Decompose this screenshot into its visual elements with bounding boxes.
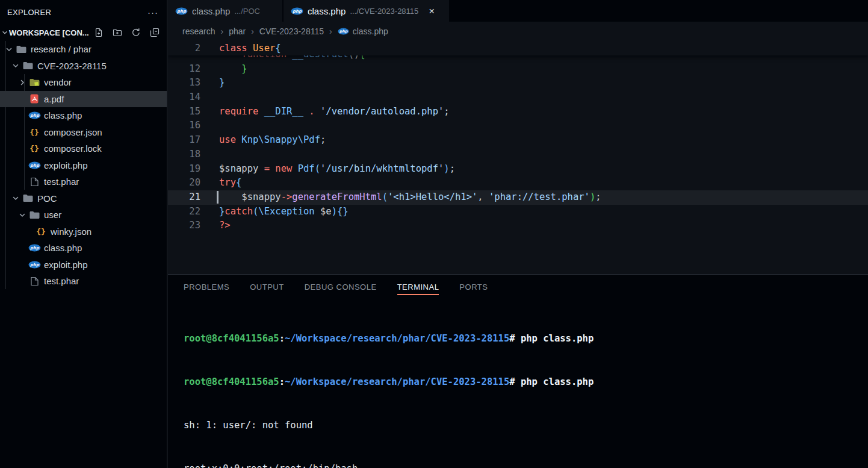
explorer-title: EXPLORER (7, 8, 51, 17)
bottom-panel: PROBLEMS OUTPUT DEBUG CONSOLE TERMINAL P… (168, 274, 868, 468)
tree-item-research-phar[interactable]: research / phar (0, 41, 167, 58)
code-editor[interactable]: function __destruct(){ 12 } 13} 14 15req… (168, 41, 868, 274)
workspace-section-label: WORKSPACE [CON... (9, 28, 89, 37)
php-file-icon: php (28, 111, 41, 119)
chevron-down-icon (10, 194, 21, 202)
code-line-14[interactable]: 14 (168, 90, 868, 105)
vendor-folder-icon (28, 78, 41, 87)
terminal-line: root@8cf4041156a5:~/Workspace/research/p… (184, 331, 868, 346)
tree-item-test-phar-poc[interactable]: test.phar (0, 273, 167, 290)
breadcrumb-item[interactable]: class.php (353, 27, 388, 36)
tree-item-user[interactable]: user (0, 207, 167, 223)
tree-item-composer-lock[interactable]: {} composer.lock (0, 140, 167, 157)
tree-item-vendor[interactable]: vendor (0, 74, 167, 91)
chevron-right-icon: › (329, 27, 332, 36)
svg-text:php: php (177, 9, 187, 14)
tree-item-exploit-php[interactable]: php exploit.php (0, 157, 167, 174)
tree-item-poc[interactable]: POC (0, 190, 167, 207)
code-line-21-current[interactable]: 21 $snappy->generateFromHtml('<h1>Hello<… (168, 190, 868, 205)
breadcrumb: research › phar › CVE-2023-28115 › php c… (168, 22, 868, 41)
tree-item-test-phar[interactable]: test.phar (0, 173, 167, 190)
folder-icon (21, 61, 34, 70)
tree-item-composer-json[interactable]: {} composer.json (0, 124, 167, 141)
tab-class-php-poc[interactable]: php class.php .../POC (168, 0, 284, 22)
code-line-16[interactable]: 16 (168, 119, 868, 133)
breadcrumb-item[interactable]: phar (229, 27, 246, 36)
tree-item-label: vendor (44, 77, 72, 87)
sticky-scroll-line[interactable]: 2class User{ (168, 41, 868, 55)
php-file-icon: php (291, 7, 303, 15)
tab-class-php-cve[interactable]: php class.php .../CVE-2023-28115 × (284, 0, 450, 22)
tab-problems[interactable]: PROBLEMS (184, 275, 229, 299)
new-file-button[interactable] (94, 28, 104, 37)
php-file-icon: php (338, 28, 349, 35)
tab-ports[interactable]: PORTS (459, 275, 488, 299)
code-line-12[interactable]: 12 } (168, 62, 868, 76)
tree-item-cve-2023-28115[interactable]: CVE-2023-28115 (0, 58, 167, 75)
code-line-19[interactable]: 19$snappy = new Pdf('/usr/bin/wkhtmltopd… (168, 162, 868, 176)
tab-debug-console[interactable]: DEBUG CONSOLE (305, 275, 377, 299)
chevron-right-icon (17, 78, 28, 87)
folder-icon (28, 211, 41, 219)
chevron-right-icon: › (251, 27, 254, 36)
code-line-13[interactable]: 13} (168, 76, 868, 90)
php-file-icon: php (28, 244, 41, 252)
tab-output[interactable]: OUTPUT (250, 275, 284, 299)
new-folder-button[interactable] (113, 28, 122, 37)
explorer-more-actions-button[interactable]: ··· (147, 7, 158, 17)
code-line-22[interactable]: 22}catch(\Exception $e){} (168, 205, 868, 219)
code-line-17[interactable]: 17use Knp\Snappy\Pdf; (168, 133, 868, 148)
text-cursor (217, 191, 219, 204)
tree-item-label: a.pdf (44, 94, 64, 104)
collapse-all-icon (150, 28, 160, 37)
php-file-icon: php (28, 261, 41, 269)
terminal-line: root@8cf4041156a5:~/Workspace/research/p… (184, 375, 868, 389)
new-folder-icon (113, 28, 122, 37)
tree-item-label: composer.lock (44, 143, 102, 154)
chevron-down-icon (10, 61, 21, 70)
tree-item-label: research / phar (31, 44, 91, 54)
close-icon[interactable]: × (429, 6, 435, 16)
explorer-sidebar: EXPLORER ··· WORKSPACE [CON... (0, 0, 167, 468)
svg-text:php: php (29, 113, 39, 118)
file-icon (28, 276, 41, 286)
editor-tab-bar: php class.php .../POC php class.php .../… (168, 0, 868, 22)
svg-text:php: php (29, 263, 39, 267)
tree-item-a-pdf[interactable]: a.pdf (0, 91, 167, 108)
json-file-icon: {} (28, 144, 41, 153)
folder-icon (21, 194, 34, 202)
code-line-23[interactable]: 23?> (168, 219, 868, 233)
svg-text:php: php (339, 29, 347, 34)
tree-item-label: class.php (44, 110, 82, 120)
chevron-down-icon (1, 29, 9, 36)
tree-item-label: user (44, 210, 61, 220)
collapse-folders-button[interactable] (150, 28, 160, 37)
tree-item-exploit-php-poc[interactable]: php exploit.php (0, 257, 167, 273)
breadcrumb-item[interactable]: CVE-2023-28115 (259, 27, 324, 36)
chevron-right-icon: › (220, 27, 223, 36)
chevron-down-icon (4, 45, 14, 54)
file-icon (28, 177, 41, 187)
folder-icon (14, 45, 28, 54)
code-line-15[interactable]: 15require __DIR__ . '/vendor/autoload.ph… (168, 105, 868, 119)
breadcrumb-item[interactable]: research (182, 27, 215, 36)
tree-item-label: winky.json (51, 226, 91, 237)
tab-label: class.php (192, 6, 230, 16)
terminal-line: sh: 1: user/: not found (184, 418, 868, 432)
tree-item-label: test.phar (44, 276, 79, 286)
tree-item-class-php-poc[interactable]: php class.php (0, 240, 167, 257)
json-file-icon: {} (34, 227, 48, 236)
code-line-20[interactable]: 20try{ (168, 176, 868, 190)
refresh-button[interactable] (131, 28, 141, 37)
svg-text:php: php (29, 246, 39, 251)
new-file-icon (94, 28, 104, 37)
tree-item-class-php[interactable]: php class.php (0, 107, 167, 124)
code-line-18[interactable]: 18 (168, 148, 868, 162)
php-file-icon: php (175, 7, 188, 15)
tree-item-winky-json[interactable]: {} winky.json (0, 223, 167, 240)
svg-text:php: php (293, 9, 302, 14)
tab-terminal[interactable]: TERMINAL (397, 275, 439, 299)
workspace-section-header[interactable]: WORKSPACE [CON... (0, 24, 167, 41)
terminal-line: root:x:0:0:root:/root:/bin/bash (184, 461, 868, 468)
terminal[interactable]: root@8cf4041156a5:~/Workspace/research/p… (168, 299, 868, 468)
